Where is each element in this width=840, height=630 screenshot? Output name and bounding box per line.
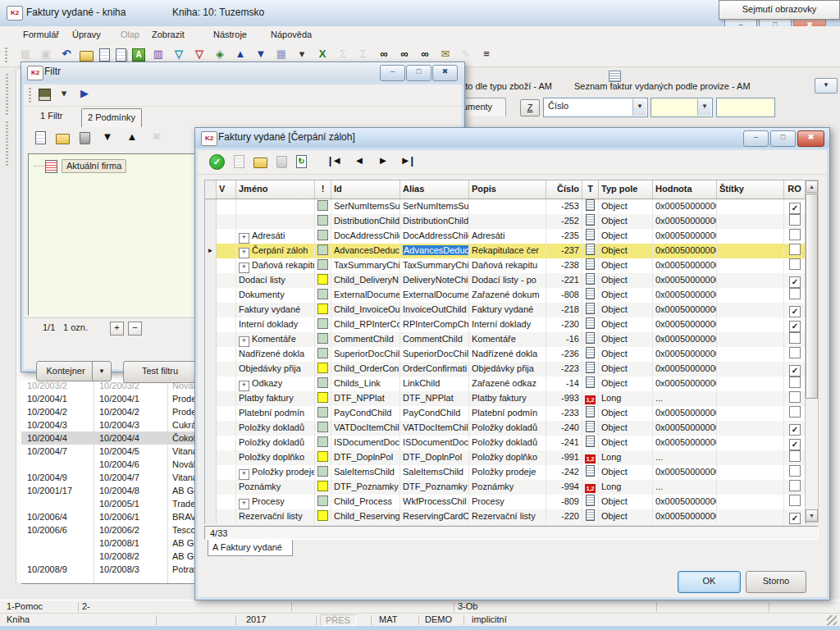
- header-flag[interactable]: !: [315, 180, 331, 199]
- lock-icon[interactable]: A: [132, 48, 145, 62]
- nav-last-icon[interactable]: ►|: [399, 154, 414, 168]
- minimize-button[interactable]: –: [743, 130, 769, 147]
- test-filtru-button[interactable]: Test filtru: [123, 361, 197, 383]
- undo-icon[interactable]: ↶: [59, 48, 74, 62]
- ro-checkbox[interactable]: ✓: [789, 513, 801, 524]
- ro-checkbox[interactable]: ✓: [789, 203, 801, 214]
- nav-first-icon[interactable]: |◄: [328, 154, 343, 168]
- field-row[interactable]: Platební podmínPayCondChildPayCondChildP…: [205, 406, 806, 421]
- field-row[interactable]: SerNumItemsSuSerNumItemsSu-253Object0x00…: [205, 199, 806, 214]
- ro-checkbox[interactable]: [789, 391, 801, 403]
- field-row[interactable]: DokumentyExternalDocumeExternalDocumeZař…: [205, 288, 806, 303]
- expand-icon[interactable]: +: [239, 233, 249, 244]
- field-row[interactable]: Objedávky přijaChild_OrderConOrderConfir…: [205, 362, 806, 377]
- header-typpole[interactable]: Typ pole: [599, 180, 653, 199]
- expand-plus-button[interactable]: +: [110, 322, 124, 336]
- field-row[interactable]: Dodací listyChild_DeliveryNDeliveryNoteC…: [205, 273, 806, 288]
- field-row[interactable]: Rezervační listyChild_ReservingReserving…: [205, 509, 806, 524]
- nav-next-icon[interactable]: ►: [376, 154, 390, 168]
- field-row[interactable]: +KomentářeCommentChildCommentChildKoment…: [205, 332, 806, 347]
- field-row[interactable]: Faktury vydanéChild_InvoiceOuInvoiceOutC…: [205, 303, 806, 317]
- field-row[interactable]: Platby fakturyDTF_NPPlatDTF_NPPlatPlatby…: [205, 391, 806, 406]
- ro-checkbox[interactable]: [789, 450, 801, 462]
- menu-formular[interactable]: Formulář: [23, 30, 59, 39]
- delete-condition-icon[interactable]: [80, 132, 90, 144]
- ro-checkbox[interactable]: [789, 229, 801, 240]
- header-alias[interactable]: Alias: [400, 180, 469, 199]
- nav-prev-icon[interactable]: ◄: [352, 154, 367, 168]
- refresh-icon[interactable]: ↻: [296, 155, 307, 168]
- expand-icon[interactable]: +: [239, 248, 249, 258]
- ro-checkbox[interactable]: ✓: [789, 321, 801, 332]
- mail-icon[interactable]: ✉: [438, 48, 453, 62]
- header-hodnota[interactable]: Hodnota: [653, 180, 717, 199]
- menu-upravy[interactable]: Úpravy: [72, 30, 101, 39]
- header-cislo[interactable]: Číslo: [546, 180, 582, 199]
- field-row[interactable]: DistributionChildDistributionChild-252Ob…: [205, 214, 806, 229]
- scroll-up-icon[interactable]: ▲: [806, 180, 818, 193]
- ro-checkbox[interactable]: [789, 332, 801, 344]
- ro-checkbox[interactable]: [789, 406, 801, 418]
- fkey-1[interactable]: 1-Pomoc: [7, 601, 43, 611]
- header-ro[interactable]: RO: [784, 180, 806, 199]
- sheet-tab-faktury-vydane[interactable]: A Faktury vydané: [208, 540, 293, 556]
- save-caret-icon[interactable]: ▾: [57, 87, 71, 101]
- move-up-icon[interactable]: ▲: [125, 130, 139, 144]
- invoice-row[interactable]: 10/2008/2AB Grou: [21, 550, 194, 563]
- invoice-row[interactable]: 10/2004/410/2004/4Čokolád: [21, 431, 194, 445]
- ro-checkbox[interactable]: [789, 244, 801, 255]
- z-button[interactable]: Z: [520, 99, 540, 116]
- field-row[interactable]: Položky doplňkoDTF_DoplnPolDTF_DoplnPolP…: [205, 450, 806, 465]
- kontejner-button[interactable]: Kontejner ▼: [36, 361, 112, 381]
- scrollbar-thumb[interactable]: [806, 194, 818, 399]
- invoice-row[interactable]: 10/2004/6Novák 1: [21, 458, 194, 471]
- field-row[interactable]: +Položky prodejeSaleItemsChildSaleItemsC…: [205, 465, 806, 480]
- minimize-button[interactable]: –: [380, 65, 405, 81]
- panel-gripper[interactable]: [6, 74, 8, 115]
- report-link-2[interactable]: Seznam faktur vydaných podle provize - A…: [574, 81, 751, 91]
- panel-gripper[interactable]: [6, 121, 8, 167]
- invoice-row[interactable]: 10/2005/1Trade, a: [21, 497, 194, 510]
- header-stitky[interactable]: Štítky: [717, 180, 784, 199]
- ro-checkbox[interactable]: [789, 377, 801, 388]
- save-filter-icon[interactable]: [39, 89, 51, 101]
- filter-value-combo[interactable]: ▼: [651, 98, 713, 117]
- field-row[interactable]: PoznámkyDTF_PoznamkyDTF_PoznamkyPoznámky…: [205, 480, 806, 495]
- invoice-row[interactable]: 10/2008/1AB Grou: [21, 536, 194, 550]
- field-row[interactable]: Nadřízené doklaSuperiorDocChilSuperiorDo…: [205, 347, 806, 362]
- field-row[interactable]: Položky dokladůVATDocItemChilVATDocItemC…: [205, 421, 806, 436]
- collapse-minus-button[interactable]: −: [128, 322, 142, 336]
- menu-nastroje[interactable]: Nástroje: [213, 30, 247, 39]
- ro-checkbox[interactable]: [789, 465, 801, 477]
- chevron-down-icon[interactable]: ▼: [697, 99, 711, 116]
- tab-filtr[interactable]: 1 Filtr: [40, 111, 63, 121]
- field-row[interactable]: Interní dokladyChild_RPInterCoRPInterCom…: [205, 317, 806, 332]
- ro-checkbox[interactable]: ✓: [789, 424, 801, 436]
- move-down-icon[interactable]: ▼: [253, 48, 268, 62]
- ro-checkbox[interactable]: ✓: [789, 276, 801, 288]
- send-icon[interactable]: ◈: [212, 48, 227, 62]
- invoice-row[interactable]: 10/2004/710/2004/5Vitana,: [21, 445, 194, 458]
- vertical-scrollbar[interactable]: ▲ ▼: [805, 180, 819, 523]
- expand-icon[interactable]: +: [239, 469, 249, 480]
- ok-button[interactable]: OK: [678, 571, 741, 593]
- close-button[interactable]: ✖: [432, 65, 458, 81]
- header-v[interactable]: V: [217, 180, 236, 199]
- tab-podminky[interactable]: 2 Podmínky: [81, 108, 142, 127]
- expand-icon[interactable]: +: [239, 381, 249, 391]
- header-jmeno[interactable]: Jméno: [236, 180, 315, 199]
- expand-icon[interactable]: +: [239, 262, 249, 273]
- open-condition-icon[interactable]: [56, 134, 70, 144]
- ro-checkbox[interactable]: [789, 495, 801, 506]
- invoice-row[interactable]: 10/2008/910/2008/3Potravir: [21, 563, 194, 576]
- open-folder-icon[interactable]: [80, 51, 94, 62]
- invoice-row[interactable]: 10/2001/1710/2004/8AB Grou: [21, 484, 194, 497]
- ro-checkbox[interactable]: [789, 480, 801, 491]
- ro-checkbox[interactable]: [789, 258, 801, 270]
- move-up-icon[interactable]: ▲: [233, 48, 248, 62]
- ro-checkbox[interactable]: ✓: [789, 365, 801, 377]
- filter-titlebar[interactable]: K2 Filtr – □ ✖: [21, 62, 464, 82]
- menu-zobrazit[interactable]: Zobrazit: [152, 30, 185, 39]
- run-filter-icon[interactable]: ▶: [77, 87, 92, 101]
- expand-icon[interactable]: +: [239, 336, 249, 347]
